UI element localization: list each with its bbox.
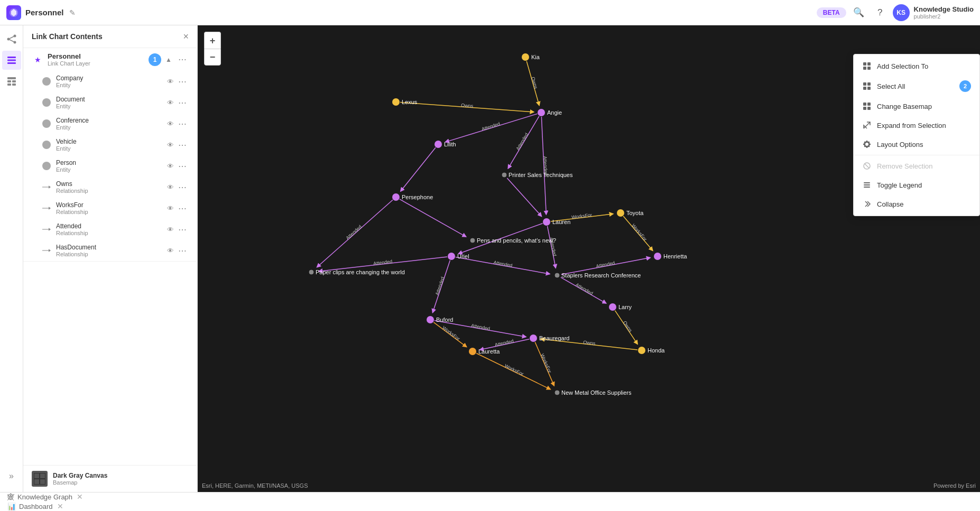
visibility-toggle-button[interactable]: 👁 (167, 120, 174, 128)
graph-node[interactable]: Lilith (434, 141, 456, 148)
context-menu: Add Selection To Select All 2 Change Bas… (853, 54, 980, 216)
svg-rect-54 (863, 103, 866, 106)
zoom-in-button[interactable]: + (204, 32, 221, 49)
layer-chevron-button[interactable]: ▲ (165, 56, 172, 63)
tab-dashboard[interactable]: 📊 Dashboard ✕ (0, 502, 90, 511)
graph-node[interactable]: Kia (522, 53, 540, 61)
graph-node[interactable]: Pens and pencils, what's new? (470, 237, 556, 244)
svg-point-32 (392, 193, 400, 201)
rail-table-icon[interactable] (2, 72, 21, 91)
ctx-label: Change Basemap (877, 103, 971, 110)
graph-node[interactable]: Lauretta (469, 348, 500, 355)
tab-close-button[interactable]: ✕ (57, 502, 63, 510)
ctx-badge: 2 (959, 80, 971, 92)
entity-row[interactable]: Vehicle Entity 👁 ⋯ (23, 134, 197, 155)
visibility-toggle-button[interactable]: 👁 (167, 205, 174, 212)
svg-marker-21 (49, 249, 51, 252)
tab-close-button[interactable]: ✕ (77, 493, 83, 501)
visibility-toggle-button[interactable]: 👁 (167, 141, 174, 149)
visibility-toggle-button[interactable]: 👁 (167, 247, 174, 255)
panel-close-button[interactable]: × (183, 32, 189, 41)
visibility-toggle-button[interactable]: 👁 (167, 78, 174, 86)
svg-point-39 (555, 273, 559, 277)
rail-collapse-icon[interactable]: » (2, 467, 21, 486)
graph-node[interactable]: Toyota (617, 209, 644, 217)
rail-layers-icon[interactable] (2, 51, 21, 70)
entity-more-button[interactable]: ⋯ (176, 76, 189, 88)
graph-node[interactable]: Uriel (448, 253, 469, 260)
svg-rect-47 (867, 62, 871, 66)
user-info: Knowledge Studio publisher2 (914, 5, 974, 20)
entity-more-button[interactable]: ⋯ (176, 97, 189, 109)
ctx-icon (862, 61, 872, 71)
ctx-label: Select All (877, 82, 954, 90)
graph-node[interactable]: Angie (538, 109, 562, 116)
entity-more-button[interactable]: ⋯ (176, 118, 189, 130)
graph-node[interactable]: Staplers Research Conference (555, 272, 641, 278)
graph-node[interactable]: Larry (609, 303, 632, 311)
entity-more-button[interactable]: ⋯ (176, 245, 189, 257)
entity-row[interactable]: Conference Entity 👁 ⋯ (23, 113, 197, 134)
user-avatar: KS (893, 4, 910, 21)
help-button[interactable]: ? (872, 4, 889, 21)
tab-knowledge-graph[interactable]: 🕸 Knowledge Graph ✕ (0, 493, 90, 502)
beta-badge: BETA (817, 7, 846, 18)
graph-node[interactable]: Honda (638, 347, 665, 354)
entity-row[interactable]: Owns Relationship 👁 ⋯ (23, 176, 197, 198)
graph-node[interactable]: Beauregard (530, 335, 570, 342)
svg-rect-61 (864, 184, 870, 185)
edit-icon[interactable]: ✎ (69, 8, 76, 17)
graph-node[interactable]: Lexus (392, 98, 418, 106)
graph-node[interactable]: New Metal Office Suppliers (555, 389, 632, 396)
map-area[interactable]: + − OwnsOwnsAttendedAttendedAttendedAtte… (198, 25, 980, 492)
edge-label: WorksFor (540, 353, 553, 374)
visibility-toggle-button[interactable]: 👁 (167, 162, 174, 170)
graph-node[interactable]: Lauren (543, 218, 570, 226)
ctx-label: Collapse (877, 200, 971, 208)
ctx-menu-item-add-selection-to[interactable]: Add Selection To (854, 57, 979, 76)
ctx-menu-item-toggle-legend[interactable]: Toggle Legend (854, 175, 979, 194)
ctx-menu-item-change-basemap[interactable]: Change Basemap (854, 97, 979, 116)
layer-more-button[interactable]: ⋯ (176, 53, 189, 66)
user-name: Knowledge Studio (914, 5, 974, 13)
rail-connect-icon[interactable] (2, 30, 21, 49)
ctx-menu-item-layout-options[interactable]: Layout Options (854, 135, 979, 154)
entity-row[interactable]: Attended Relationship 👁 ⋯ (23, 219, 197, 240)
graph-node[interactable]: Persephone (392, 193, 433, 201)
graph-node[interactable]: Henrietta (654, 253, 688, 260)
visibility-toggle-button[interactable]: 👁 (167, 226, 174, 234)
entity-row[interactable]: WorksFor Relationship 👁 ⋯ (23, 198, 197, 219)
entity-row[interactable]: HasDocument Relationship 👁 ⋯ (23, 240, 197, 261)
entity-more-button[interactable]: ⋯ (176, 160, 189, 172)
entity-more-button[interactable]: ⋯ (176, 139, 189, 151)
svg-marker-19 (49, 228, 51, 230)
ctx-menu-item-expand-from-selection[interactable]: Expand from Selection (854, 116, 979, 135)
entity-label: Owns Relationship (56, 180, 162, 194)
entity-row[interactable]: Person Entity 👁 ⋯ (23, 155, 197, 176)
graph-node[interactable]: Printer Sales Techniques (502, 172, 573, 178)
ctx-menu-item-collapse[interactable]: Collapse (854, 194, 979, 213)
ctx-menu-item-select-all[interactable]: Select All 2 (854, 76, 979, 97)
graph-node[interactable]: Paper clips are changing the world (309, 269, 405, 275)
entity-more-button[interactable]: ⋯ (176, 181, 189, 193)
tab-label: Dashboard (19, 503, 53, 510)
zoom-out-button[interactable]: − (204, 49, 221, 66)
layer-row[interactable]: ★ Personnel Link Chart Layer 1 ▲ ⋯ (23, 48, 197, 71)
search-button[interactable]: 🔍 (850, 4, 867, 21)
visibility-toggle-button[interactable]: 👁 (167, 99, 174, 107)
svg-point-38 (309, 270, 313, 274)
layer-name: Personnel (48, 52, 144, 60)
node-label: Buford (436, 317, 453, 323)
entity-more-button[interactable]: ⋯ (176, 224, 189, 236)
edge-label: Attended (345, 224, 363, 240)
ctx-icon (862, 180, 872, 190)
visibility-toggle-button[interactable]: 👁 (167, 183, 174, 191)
tab-label: Knowledge Graph (17, 493, 72, 501)
svg-point-28 (392, 98, 400, 106)
entity-row[interactable]: Document Entity 👁 ⋯ (23, 92, 197, 113)
ctx-icon (862, 199, 872, 209)
graph-node[interactable]: Buford (427, 316, 453, 323)
node-label: Lexus (402, 99, 418, 105)
entity-row[interactable]: Company Entity 👁 ⋯ (23, 71, 197, 92)
entity-more-button[interactable]: ⋯ (176, 202, 189, 215)
